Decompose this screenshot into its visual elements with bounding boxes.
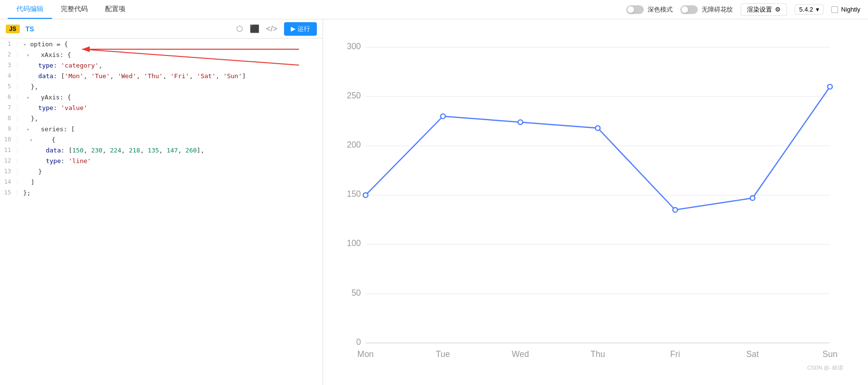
line-num-1: 1 (0, 41, 17, 47)
line-num-11: 11 (0, 147, 17, 153)
code-line-12: 12 type: 'line' (0, 155, 323, 166)
line-content-6: ▾ yAxis: { (17, 94, 71, 101)
line-content-11: data: [150, 230, 224, 218, 135, 147, 260… (17, 147, 204, 154)
code-line-11: 11 data: [150, 230, 224, 218, 135, 147, … (0, 145, 323, 155)
svg-text:Sun: Sun (823, 349, 838, 359)
line-content-9: ▾ series: [ (17, 125, 75, 133)
svg-text:Fri: Fri (670, 349, 680, 359)
line-content-5: }, (17, 83, 38, 90)
svg-text:50: 50 (352, 288, 361, 298)
line-num-2: 2 (0, 51, 17, 58)
svg-text:Mon: Mon (357, 349, 374, 359)
line-content-1: ▾ option = { (17, 41, 68, 48)
code-line-13: 13 } (0, 166, 323, 177)
code-line-3: 3 type: 'category', (0, 60, 323, 70)
gear-icon: ⚙ (775, 6, 781, 13)
line-num-4: 4 (0, 72, 17, 79)
line-content-13: } (17, 168, 42, 175)
tab-config[interactable]: 配置项 (96, 0, 134, 19)
line-num-12: 12 (0, 157, 17, 164)
code-line-9: 9 ▾ series: [ (0, 124, 323, 134)
line-content-12: type: 'line' (17, 157, 91, 165)
code-line-1: 1 ▾ option = { (0, 39, 323, 49)
run-button-label: 运行 (298, 25, 310, 33)
render-settings-label: 渲染设置 (747, 5, 772, 14)
svg-text:0: 0 (356, 337, 361, 347)
line-num-7: 7 (0, 104, 17, 111)
line-content-15: }; (17, 189, 31, 196)
version-selector[interactable]: 5.4.2 ▾ (795, 4, 824, 14)
dark-mode-label: 深色模式 (648, 5, 673, 14)
3d-cube-icon[interactable]: ⬡ (236, 24, 243, 33)
code-panel-tabs: JS TS ⬡ ⬛ </> ▶ 运行 (0, 19, 323, 39)
line-num-14: 14 (0, 179, 17, 185)
line-content-2: ▾ xAxis: { (17, 51, 71, 58)
accessibility-group: 无障碍花纹 (680, 5, 733, 14)
line-content-4: data: ['Mon', 'Tue', 'Wed', 'Thu', 'Fri'… (17, 72, 246, 80)
svg-text:300: 300 (347, 41, 361, 51)
toolbar: 代码编辑 完整代码 配置项 深色模式 无障碍花纹 渲染设置 ⚙ 5.4.2 ▾ … (0, 0, 868, 19)
tab-js[interactable]: JS (6, 25, 20, 33)
watermark: CSDN @- 眹珺 (807, 364, 843, 371)
download-icon[interactable]: ⬛ (250, 24, 259, 33)
tab-ts[interactable]: TS (26, 25, 34, 33)
nightly-checkbox[interactable] (831, 6, 838, 13)
code-line-2: 2 ▾ xAxis: { (0, 49, 323, 60)
chevron-down-icon: ▾ (816, 6, 819, 13)
run-button[interactable]: ▶ 运行 (284, 22, 317, 36)
svg-text:100: 100 (347, 238, 361, 248)
line-content-8: }, (17, 115, 38, 122)
line-num-6: 6 (0, 94, 17, 100)
code-icon[interactable]: </> (266, 25, 277, 33)
code-panel: JS TS ⬡ ⬛ </> ▶ 运行 (0, 19, 323, 385)
svg-text:Tue: Tue (436, 349, 450, 359)
code-line-14: 14 ] (0, 177, 323, 187)
accessibility-label: 无障碍花纹 (702, 5, 733, 14)
line-num-15: 15 (0, 189, 17, 196)
line-num-8: 8 (0, 115, 17, 122)
tab-code-edit[interactable]: 代码编辑 (8, 0, 52, 19)
chart-svg: 050100150200250300MonTueWedThuFriSatSun (333, 29, 849, 375)
line-content-3: type: 'category', (17, 62, 102, 69)
svg-text:Sat: Sat (746, 349, 759, 359)
code-line-8: 8 }, (0, 113, 323, 124)
code-line-6: 6 ▾ yAxis: { (0, 92, 323, 102)
code-editor[interactable]: 1 ▾ option = { 2 ▾ xAxis: { 3 type: 'cat… (0, 39, 323, 385)
version-label: 5.4.2 (799, 6, 813, 13)
tab-full-code[interactable]: 完整代码 (52, 0, 96, 19)
chart-panel: 050100150200250300MonTueWedThuFriSatSun … (323, 19, 868, 385)
code-line-10: 10 ▾ { (0, 134, 323, 145)
line-num-3: 3 (0, 62, 17, 69)
svg-point-25 (363, 193, 368, 198)
chart-container: 050100150200250300MonTueWedThuFriSatSun … (333, 29, 849, 375)
line-num-5: 5 (0, 83, 17, 90)
svg-text:150: 150 (347, 189, 361, 199)
svg-point-26 (441, 114, 446, 119)
nightly-label: Nightly (841, 6, 860, 13)
line-content-10: ▾ { (17, 136, 55, 143)
svg-point-27 (518, 120, 523, 124)
nightly-group: Nightly (831, 6, 860, 13)
play-icon: ▶ (291, 25, 296, 32)
render-settings-button[interactable]: 渲染设置 ⚙ (741, 3, 787, 16)
line-num-9: 9 (0, 125, 17, 132)
dark-mode-toggle[interactable] (626, 5, 644, 14)
code-panel-icons: ⬡ ⬛ </> ▶ 运行 (236, 22, 317, 36)
main-area: JS TS ⬡ ⬛ </> ▶ 运行 (0, 19, 868, 385)
code-line-4: 4 data: ['Mon', 'Tue', 'Wed', 'Thu', 'Fr… (0, 70, 323, 81)
svg-point-30 (750, 196, 755, 201)
svg-point-31 (827, 84, 832, 89)
svg-text:200: 200 (347, 140, 361, 150)
svg-point-29 (673, 207, 678, 212)
toolbar-tabs: 代码编辑 完整代码 配置项 (8, 0, 134, 19)
code-line-5: 5 }, (0, 81, 323, 92)
svg-text:Thu: Thu (591, 349, 605, 359)
accessibility-toggle[interactable] (680, 5, 698, 14)
svg-point-28 (596, 126, 600, 131)
code-line-7: 7 type: 'value' (0, 102, 323, 113)
svg-text:Wed: Wed (512, 349, 529, 359)
dark-mode-group: 深色模式 (626, 5, 673, 14)
svg-text:250: 250 (347, 91, 361, 100)
line-num-10: 10 (0, 136, 17, 143)
toolbar-right: 深色模式 无障碍花纹 渲染设置 ⚙ 5.4.2 ▾ Nightly (626, 3, 860, 16)
